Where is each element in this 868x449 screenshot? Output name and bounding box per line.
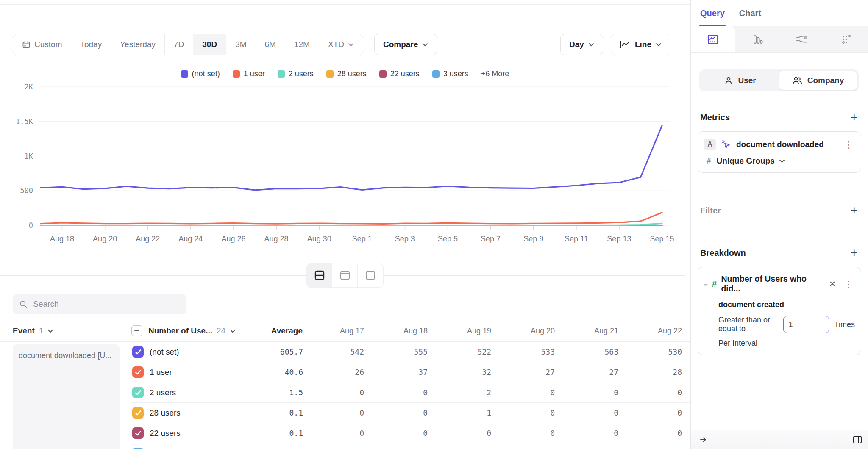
range-xtd[interactable]: XTD	[319, 34, 363, 55]
tab-query[interactable]: Query	[700, 0, 725, 26]
property-hash-icon: #	[712, 279, 717, 289]
legend-item[interactable]: 28 users	[326, 69, 367, 78]
range-today[interactable]: Today	[71, 34, 111, 55]
table-body: document downloaded [U... (not set)605.7…	[0, 341, 690, 449]
table-row: 2 users1.5002000	[132, 382, 690, 403]
series-checkbox[interactable]	[132, 407, 144, 419]
legend-item[interactable]: 22 users	[379, 69, 420, 78]
chevron-down-icon	[656, 43, 662, 47]
chart-legend: (not set)1 user2 users28 users22 users3 …	[0, 69, 690, 79]
layout-bottom-button[interactable]	[358, 263, 383, 287]
granularity-button[interactable]: Day	[560, 34, 603, 55]
compare-label: Compare	[383, 40, 418, 49]
legend-item[interactable]: 3 users	[432, 69, 468, 78]
group-header-label: Number of Use...	[148, 326, 212, 335]
series-checkbox[interactable]	[132, 387, 144, 398]
breakdown-section-header: Breakdown +	[700, 247, 858, 259]
measure-dropdown[interactable]: Unique Groups	[717, 156, 785, 166]
legend-item[interactable]: (not set)	[181, 69, 220, 78]
group-column-header[interactable]: Number of Use... 24	[148, 326, 240, 335]
legend-more[interactable]: +6 More	[481, 69, 509, 78]
cell-value: 522	[434, 347, 497, 356]
toolbar-right-group: Day Line	[560, 34, 670, 55]
layout-split-button[interactable]	[307, 263, 332, 287]
drag-handle-icon[interactable]: ≡	[704, 282, 708, 286]
cell-value: 1	[434, 408, 497, 417]
cell-value: 0	[497, 408, 561, 417]
range-custom[interactable]: Custom	[13, 34, 71, 55]
scope-company-option[interactable]: Company	[779, 71, 857, 90]
svg-text:Aug 30: Aug 30	[307, 235, 331, 243]
collapse-panel-button[interactable]	[699, 435, 709, 444]
range-6m[interactable]: 6M	[256, 34, 285, 55]
table-rows: (not set)605.75425555225335635301 user40…	[132, 342, 690, 449]
check-icon	[135, 390, 142, 396]
event-header-label: Event	[13, 326, 35, 335]
add-breakdown-button[interactable]: +	[850, 247, 858, 259]
legend-item[interactable]: 1 user	[233, 69, 265, 78]
flow-chart-icon	[795, 33, 808, 46]
breakdown-menu-button[interactable]: ⋮	[843, 280, 855, 288]
range-yesterday[interactable]: Yesterday	[111, 34, 165, 55]
range-7d[interactable]: 7D	[165, 34, 193, 55]
chevron-down-icon	[588, 43, 594, 47]
series-checkbox[interactable]	[132, 346, 144, 358]
breakdown-event-name: document created	[718, 300, 855, 309]
search-box[interactable]	[13, 294, 186, 314]
scope-user-option[interactable]: User	[701, 71, 779, 90]
line-chart-icon	[620, 40, 631, 49]
date-column-header: Aug 22	[624, 327, 688, 335]
select-all-checkbox[interactable]	[131, 325, 142, 336]
date-column-headers: Aug 17Aug 18Aug 19Aug 20Aug 21Aug 22	[306, 320, 688, 341]
compare-button[interactable]: Compare	[374, 34, 437, 55]
date-column-header: Aug 19	[434, 327, 497, 335]
breakdown-card[interactable]: ≡ # Number of Users who did... ✕ ⋮ docum…	[698, 267, 861, 355]
legend-swatch	[432, 70, 440, 78]
svg-text:Aug 22: Aug 22	[136, 235, 160, 243]
tab-chart[interactable]: Chart	[739, 0, 761, 26]
svg-text:Sep 7: Sep 7	[481, 235, 501, 243]
svg-text:Aug 24: Aug 24	[178, 235, 203, 243]
chart-table-divider-section	[0, 258, 690, 292]
event-column-header[interactable]: Event 1	[0, 326, 119, 335]
measure-hash-icon: #	[707, 156, 711, 166]
event-list-item[interactable]: document downloaded [U...	[13, 344, 120, 449]
date-column-header: Aug 20	[497, 327, 561, 335]
chart-toolbar: CustomTodayYesterday7D30D3M6M12MXTD Comp…	[13, 34, 670, 55]
remove-breakdown-button[interactable]: ✕	[826, 279, 838, 289]
series-checkbox[interactable]	[132, 366, 144, 378]
search-icon	[19, 300, 27, 308]
range-12m[interactable]: 12M	[285, 34, 319, 55]
chart-type-button[interactable]: Line	[611, 34, 670, 55]
add-metric-button[interactable]: +	[850, 111, 858, 124]
metric-badge: A	[704, 139, 716, 150]
average-column-header: Average	[240, 326, 303, 335]
series-1-user	[41, 213, 662, 224]
svg-text:Aug 28: Aug 28	[264, 235, 289, 243]
svg-text:2K: 2K	[25, 83, 33, 91]
range-30d[interactable]: 30D	[193, 34, 226, 55]
chart-type-line-button[interactable]	[691, 26, 735, 52]
times-value-input[interactable]	[783, 316, 829, 333]
add-filter-button[interactable]: +	[850, 204, 858, 217]
toggle-sidebar-button[interactable]	[852, 435, 863, 445]
layout-top-button[interactable]	[332, 263, 358, 287]
metric-card[interactable]: A document downloaded ⋮ # Unique Groups	[698, 131, 861, 173]
chart-type-flow-button[interactable]	[779, 26, 824, 52]
cell-value: 37	[370, 368, 434, 377]
line-chart-icon	[707, 33, 719, 46]
chart-type-scatter-button[interactable]	[824, 26, 868, 52]
legend-item[interactable]: 2 users	[278, 69, 314, 78]
metric-menu-button[interactable]: ⋮	[843, 140, 855, 149]
series-checkbox[interactable]	[132, 427, 144, 439]
row-average: 605.7	[240, 347, 303, 356]
svg-text:Aug 20: Aug 20	[93, 235, 117, 243]
chart-type-bar-button[interactable]	[735, 26, 780, 52]
cell-value: 0	[624, 388, 688, 397]
chevron-down-icon	[422, 43, 428, 47]
date-column-header: Aug 21	[561, 327, 624, 335]
search-input[interactable]	[33, 299, 180, 309]
chevron-down-icon	[47, 329, 53, 333]
check-icon	[135, 349, 142, 355]
range-3m[interactable]: 3M	[226, 34, 256, 55]
